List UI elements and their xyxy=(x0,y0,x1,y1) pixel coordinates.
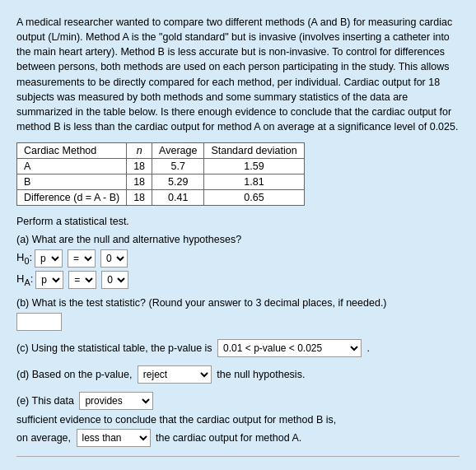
test-stat-input[interactable] xyxy=(16,313,62,331)
col-header-n: n xyxy=(127,143,152,159)
part-b-section: (b) What is the test statistic? (Round y… xyxy=(16,297,460,331)
col-header-method: Cardiac Method xyxy=(17,143,127,159)
table-cell: B xyxy=(17,175,127,190)
part-a-label: (a) What are the null and alternative hy… xyxy=(16,234,460,245)
table-cell: 1.59 xyxy=(204,159,304,175)
table-cell: Difference (d = A - B) xyxy=(17,190,127,206)
table-cell: 0.41 xyxy=(152,190,204,206)
bottom-divider xyxy=(16,456,460,457)
part-e-label: (e) This data xyxy=(16,392,74,411)
pvalue-period: . xyxy=(364,342,370,354)
table-cell: 5.29 xyxy=(152,175,204,190)
part-d-suffix: the null hypothesis. xyxy=(217,369,305,380)
pvalue-line: (c) Using the statistical table, the p-v… xyxy=(16,339,460,357)
part-d-section: (d) Based on the p-value, reject fail to… xyxy=(16,365,460,384)
on-average-label: on average, xyxy=(16,429,71,448)
table-row: Difference (d = A - B)180.410.65 xyxy=(17,190,305,206)
col-header-stddev: Standard deviation xyxy=(204,143,304,159)
ha-label: HA: xyxy=(16,272,33,287)
table-row: B185.291.81 xyxy=(17,175,305,190)
h0-value-select[interactable]: 0 xyxy=(100,249,128,268)
decision-line: (d) Based on the p-value, reject fail to… xyxy=(16,365,460,384)
h0-label: H0: xyxy=(16,251,32,266)
evidence-line: (e) This data provides does not provide … xyxy=(16,392,460,429)
table-cell: 0.65 xyxy=(204,190,304,206)
ha-operator-select[interactable]: = < > ≤ ≥ xyxy=(68,271,96,289)
intro-paragraph: A medical researcher wanted to compare t… xyxy=(16,15,460,134)
table-cell: A xyxy=(17,159,127,175)
part-b-label: (b) What is the test statistic? (Round y… xyxy=(16,297,460,309)
data-table: Cardiac Method n Average Standard deviat… xyxy=(16,142,305,206)
evidence-line-2: on average, less than greater than equal… xyxy=(16,429,460,448)
table-cell: 18 xyxy=(127,190,152,206)
data-select[interactable]: provides does not provide xyxy=(79,392,153,410)
h0-operator-select[interactable]: < = ≠ ≤ ≥ xyxy=(68,249,96,268)
table-cell: 18 xyxy=(127,159,152,175)
h0-row: H0: p μ σ < = ≠ ≤ ≥ 0 xyxy=(16,249,460,268)
h0-variable-select[interactable]: p μ σ xyxy=(35,249,63,268)
ha-variable-select[interactable]: p μ σ xyxy=(35,271,63,289)
evidence-middle-text: sufficient evidence to conclude that the… xyxy=(16,411,336,430)
pvalue-select[interactable]: p-value < 0.005 0.005 < p-value < 0.01 0… xyxy=(217,339,362,357)
part-e-section: (e) This data provides does not provide … xyxy=(16,392,460,448)
main-container: A medical researcher wanted to compare t… xyxy=(8,8,468,463)
col-header-average: Average xyxy=(152,143,204,159)
part-c-section: (c) Using the statistical table, the p-v… xyxy=(16,339,460,357)
table-cell: 5.7 xyxy=(152,159,204,175)
part-d-label: (d) Based on the p-value, xyxy=(16,369,132,380)
table-cell: 18 xyxy=(127,175,152,190)
evidence-end-text: the cardiac output for method A. xyxy=(156,429,301,448)
ha-row: HA: p μ σ = < > ≤ ≥ 0 xyxy=(16,271,460,289)
decision-select[interactable]: reject fail to reject xyxy=(138,365,212,384)
part-c-label: (c) Using the statistical table, the p-v… xyxy=(16,342,212,354)
conclusion-select[interactable]: less than greater than equal to xyxy=(77,429,151,447)
table-cell: 1.81 xyxy=(204,175,304,190)
table-row: A185.71.59 xyxy=(17,159,305,175)
part-a-section: (a) What are the null and alternative hy… xyxy=(16,234,460,289)
perform-label: Perform a statistical test. xyxy=(16,216,460,227)
ha-value-select[interactable]: 0 xyxy=(101,271,128,289)
